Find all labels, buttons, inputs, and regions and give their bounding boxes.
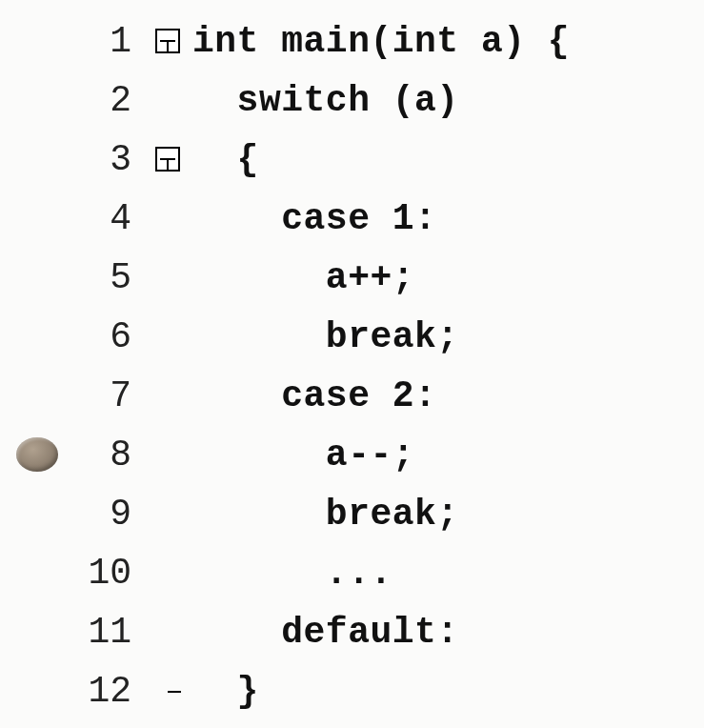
code-text[interactable]: case 1: [185, 198, 436, 239]
line-number: 2 [74, 80, 151, 121]
code-line: 4 case 1: [0, 189, 704, 248]
code-line: 12 } [0, 661, 704, 720]
fold-gutter[interactable] [151, 29, 185, 53]
line-number: 8 [74, 435, 151, 475]
code-text[interactable]: a--; [185, 435, 414, 475]
fold-gutter[interactable] [151, 147, 185, 172]
line-number: 11 [74, 612, 151, 653]
code-line: 10 ... [0, 543, 704, 602]
fold-guide [167, 159, 169, 172]
breakpoint-gutter[interactable] [0, 437, 74, 472]
breakpoint-icon[interactable] [16, 437, 58, 472]
line-number: 3 [74, 139, 151, 180]
code-line: 8 a--; [0, 425, 704, 484]
code-line: 11 default: [0, 602, 704, 661]
code-text[interactable]: default: [185, 612, 459, 653]
code-text[interactable]: case 2: [185, 375, 436, 416]
code-line: 5 a++; [0, 248, 704, 307]
code-text[interactable]: a++; [185, 257, 414, 298]
code-line: 1 int main(int a) { [0, 11, 704, 71]
code-text[interactable]: int main(int a) { [185, 21, 570, 62]
line-number: 9 [74, 494, 151, 535]
code-text[interactable]: break; [185, 494, 459, 535]
line-number: 4 [74, 198, 151, 239]
line-number: 1 [74, 21, 151, 62]
fold-guide [167, 41, 169, 53]
code-line: 7 case 2: [0, 366, 704, 425]
line-number: 5 [74, 257, 151, 298]
code-text[interactable]: break; [185, 316, 459, 357]
line-number: 10 [74, 553, 151, 594]
code-editor: 1 int main(int a) { 2 switch (a) 3 { 4 [0, 0, 704, 720]
line-number: 7 [74, 375, 151, 416]
code-text[interactable]: { [185, 139, 259, 180]
line-number: 6 [74, 316, 151, 357]
code-line: 6 break; [0, 307, 704, 366]
code-line: 2 switch (a) [0, 71, 704, 130]
line-number: 12 [74, 671, 151, 712]
code-text[interactable]: } [185, 671, 259, 712]
code-text[interactable]: ... [185, 553, 392, 594]
code-line: 9 break; [0, 484, 704, 543]
code-line: 3 { [0, 130, 704, 189]
code-text[interactable]: switch (a) [185, 80, 459, 121]
fold-end-icon [168, 691, 181, 693]
